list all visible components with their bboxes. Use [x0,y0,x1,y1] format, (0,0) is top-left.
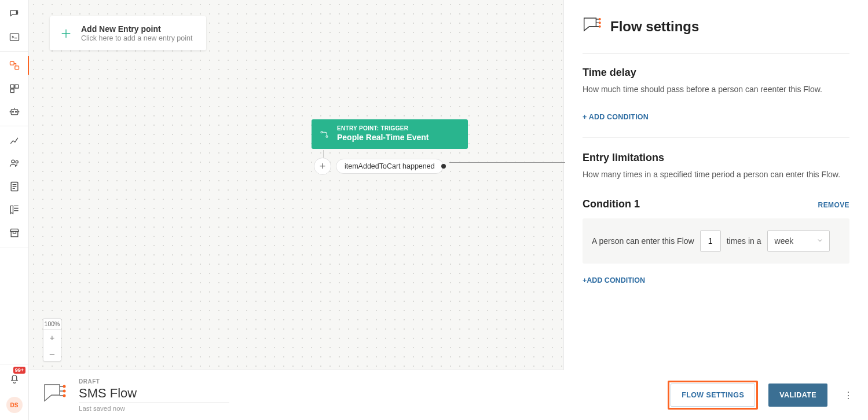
flow-settings-panel: Flow settings Time delay How much time s… [563,0,868,370]
nav-item-conversations[interactable] [0,2,29,25]
plus-icon [59,27,73,41]
nav-item-people[interactable] [0,152,29,175]
entry-point-node[interactable]: ENTRY POINT: TRIGGER People Real-Time Ev… [312,119,468,149]
period-select[interactable]: week [767,230,830,252]
svg-point-16 [326,136,328,137]
entry-times-input[interactable] [700,230,721,252]
period-select-value: week [775,236,794,246]
svg-point-13 [16,160,18,163]
add-entry-title: Add New Entry point [81,24,192,34]
nav-item-bot[interactable] [0,100,29,123]
svg-point-0 [17,10,17,11]
zoom-in-button[interactable]: + [43,330,61,345]
entry-limitations-desc: How many times in a specified time perio… [583,169,849,181]
flow-canvas[interactable]: Add New Entry point Click here to add a … [29,0,563,370]
flow-settings-button[interactable]: FLOW SETTINGS [671,384,755,407]
panel-title: Flow settings [610,19,699,35]
flow-name-input[interactable] [79,385,229,403]
trigger-icon [318,129,330,140]
svg-point-15 [321,131,323,133]
condition-box: A person can enter this Flow times in a … [583,218,849,264]
node-condition-pill[interactable]: itemAddedToCart happened [336,159,444,174]
zoom-out-button[interactable]: – [43,345,61,361]
svg-rect-9 [11,109,18,115]
flow-wire [449,162,565,163]
zoom-control: 100% + – [43,318,61,361]
flow-settings-icon [583,16,603,37]
condition-text-mid: times in a [727,236,761,246]
nav-item-analytics[interactable] [0,129,29,152]
notification-badge: 99+ [13,367,25,374]
entry-limitations-add-condition[interactable]: +ADD CONDITION [583,276,849,284]
svg-rect-6 [10,85,14,88]
nav-item-store[interactable] [0,221,29,244]
svg-point-2 [17,13,17,14]
svg-point-11 [16,111,17,112]
add-entry-subtitle: Click here to add a new entry point [81,34,192,42]
nav-item-flows[interactable] [0,54,29,77]
last-saved-text: Last saved now [79,405,229,412]
svg-point-10 [13,111,14,112]
svg-rect-7 [15,85,19,88]
time-delay-desc: How much time should pass before a perso… [583,83,849,96]
svg-point-22 [63,395,66,397]
nav-item-templates[interactable] [0,77,29,100]
nav-notifications[interactable]: 99+ [0,364,29,392]
add-entry-point-card[interactable]: Add New Entry point Click here to add a … [50,16,206,50]
svg-point-21 [63,390,66,393]
svg-point-19 [599,25,601,28]
validate-button[interactable]: VALIDATE [768,384,827,407]
nav-item-bookmarks[interactable] [0,198,29,221]
svg-rect-3 [10,34,19,41]
node-add-branch-button[interactable]: + [314,158,331,175]
time-delay-title: Time delay [583,67,849,79]
avatar[interactable]: DS [6,397,23,413]
nav-item-forms[interactable] [0,175,29,198]
flow-status: DRAFT [79,378,229,385]
node-eyebrow: ENTRY POINT: TRIGGER [337,125,459,132]
svg-point-17 [599,18,601,20]
svg-point-20 [63,385,66,388]
svg-point-12 [12,160,14,163]
entry-limitations-title: Entry limitations [583,152,849,164]
node-output-port[interactable] [441,164,446,169]
nav-rail: 99+ DS [0,0,29,420]
nav-item-terminal[interactable] [0,25,29,49]
flow-icon [43,383,68,407]
svg-rect-4 [10,61,14,65]
condition-title: Condition 1 [583,198,640,210]
footer-bar: DRAFT Last saved now FLOW SETTINGS VALID… [29,370,868,420]
node-condition-text: itemAddedToCart happened [345,162,435,170]
svg-point-18 [599,21,601,24]
svg-rect-8 [10,89,14,93]
chevron-down-icon [816,236,823,246]
remove-condition-button[interactable]: REMOVE [818,201,849,209]
zoom-level: 100% [43,319,61,330]
svg-rect-5 [15,66,19,70]
node-title: People Real-Time Event [337,133,459,142]
time-delay-add-condition[interactable]: + ADD CONDITION [583,113,849,121]
flow-settings-highlight: FLOW SETTINGS [668,381,758,410]
svg-point-1 [17,12,17,13]
more-menu-button[interactable]: ⋮ [840,384,856,407]
condition-text-pre: A person can enter this Flow [592,236,694,246]
